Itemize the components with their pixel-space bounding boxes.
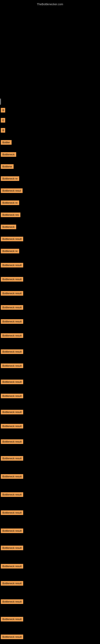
- bottleneck-item-31[interactable]: Bottleneck result: [1, 528, 23, 533]
- bottleneck-item-2[interactable]: E: [1, 118, 5, 122]
- bottleneck-item-35[interactable]: Bottleneck result: [1, 599, 23, 604]
- bottleneck-item-5[interactable]: Bottleneck: [1, 152, 16, 157]
- site-title: TheBottlenecker.com: [0, 1, 100, 8]
- bottleneck-item-24[interactable]: Bottleneck result: [1, 410, 23, 414]
- bottleneck-item-28[interactable]: Bottleneck result: [1, 474, 23, 479]
- bottleneck-item-17[interactable]: Bottleneck result: [1, 305, 23, 310]
- bottleneck-item-32[interactable]: Bottleneck result: [1, 546, 23, 550]
- bottleneck-item-21[interactable]: Bottleneck result: [1, 364, 23, 368]
- bottleneck-item-11[interactable]: Bottleneck: [1, 224, 16, 229]
- bottleneck-item-33[interactable]: Bottleneck result: [1, 564, 23, 568]
- bottleneck-item-37[interactable]: Bottleneck result: [1, 634, 23, 639]
- bottleneck-item-20[interactable]: Bottleneck result: [1, 349, 23, 354]
- bottleneck-item-3[interactable]: B: [1, 128, 5, 132]
- bottleneck-item-6[interactable]: Bottlene: [1, 164, 14, 169]
- bottleneck-item-13[interactable]: Bottleneck re: [1, 249, 19, 253]
- bottleneck-item-19[interactable]: Bottleneck result: [1, 333, 23, 338]
- bottleneck-item-14[interactable]: Bottleneck result: [1, 263, 23, 268]
- bottleneck-item-4[interactable]: Bottler: [1, 140, 12, 145]
- bottleneck-item-16[interactable]: Bottleneck result: [1, 291, 23, 296]
- bottleneck-item-1[interactable]: B: [1, 108, 5, 112]
- bottleneck-item-23[interactable]: Bottleneck result: [1, 394, 23, 398]
- bottleneck-item-30[interactable]: Bottleneck result: [1, 510, 23, 515]
- bottleneck-item-25[interactable]: Bottleneck result: [1, 424, 23, 428]
- bottleneck-item-27[interactable]: Bottleneck result: [1, 456, 23, 461]
- bottleneck-item-22[interactable]: Bottleneck result: [1, 380, 23, 384]
- cursor-line: [0, 98, 1, 105]
- bottleneck-item-8[interactable]: Bottleneck resul: [1, 188, 23, 193]
- bottleneck-item-29[interactable]: Bottleneck result: [1, 492, 23, 497]
- bottleneck-item-15[interactable]: Bottleneck result: [1, 277, 23, 282]
- bottleneck-item-12[interactable]: Bottleneck result: [1, 237, 23, 241]
- bottleneck-item-7[interactable]: Bottleneck re: [1, 176, 19, 181]
- bottleneck-item-18[interactable]: Bottleneck result: [1, 319, 23, 324]
- bottleneck-item-36[interactable]: Bottleneck result: [1, 617, 23, 622]
- bottleneck-item-26[interactable]: Bottleneck result: [1, 439, 23, 444]
- bottleneck-item-9[interactable]: Bottleneck re: [1, 200, 19, 205]
- bottleneck-item-10[interactable]: Bottleneck res: [1, 212, 20, 217]
- bottleneck-item-34[interactable]: Bottleneck result: [1, 581, 23, 586]
